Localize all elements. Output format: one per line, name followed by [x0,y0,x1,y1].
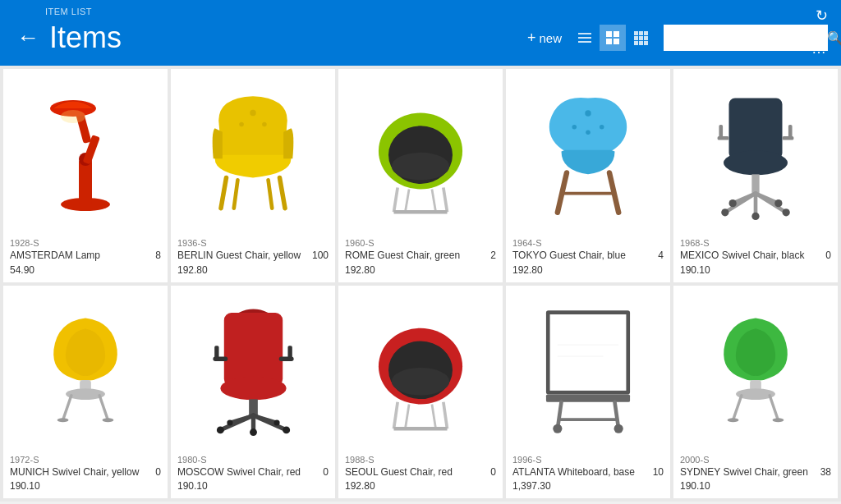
item-price: 190.10 [10,480,161,492]
tile-view-button[interactable] [627,25,654,51]
item-qty: 0 [483,466,496,478]
new-label: new [539,31,562,45]
svg-rect-61 [788,125,793,139]
item-qty: 10 [650,466,664,478]
item-card[interactable]: 1980-S MOSCOW Swivel Chair, red 0 190.10 [171,286,335,499]
svg-point-44 [586,130,591,135]
item-name: TOKYO Guest Chair, blue [512,250,647,263]
svg-rect-94 [550,314,627,391]
search-box: 🔍 [664,25,828,51]
svg-line-105 [733,396,742,420]
item-sku: 1928-S [10,238,161,248]
svg-line-23 [221,178,227,208]
svg-rect-5 [606,39,612,44]
item-name: SYDNEY Swivel Chair, green [680,466,815,479]
svg-point-67 [103,418,114,422]
svg-point-28 [239,122,244,127]
svg-point-80 [216,426,223,433]
svg-rect-17 [79,159,92,204]
svg-point-69 [220,376,286,400]
page-title: Items [49,21,527,55]
svg-point-55 [751,212,759,219]
svg-point-22 [61,110,85,123]
svg-point-84 [273,419,279,425]
item-info: 2000-S SYDNEY Swivel Chair, green 38 190… [673,450,838,499]
item-name: MEXICO Swivel Chair, black [680,250,815,263]
header: ITEM LIST ← Items + new 🔍 ↻ … [0,0,841,66]
svg-rect-1 [578,37,591,39]
item-info: 1988-S SEOUL Guest Chair, red 0 192.80 [338,450,503,499]
item-card[interactable]: 1928-S AMSTERDAM Lamp 8 54.90 [3,69,168,282]
svg-line-64 [63,396,71,420]
search-input[interactable] [664,25,820,51]
svg-point-56 [729,199,737,207]
item-sku: 1936-S [177,238,329,248]
item-image-item-6 [3,286,168,450]
item-card[interactable]: 1964-S TOKYO Guest Chair, blue 4 192.80 [506,69,670,282]
item-price: 54.90 [10,264,161,276]
svg-point-108 [773,418,784,422]
item-info: 1972-S MUNICH Swivel Chair, yellow 0 190… [3,450,168,499]
svg-point-27 [250,110,255,116]
svg-line-36 [432,189,436,212]
item-name-row: MOSCOW Swivel Chair, red 0 [177,466,329,479]
item-card[interactable]: 1960-S ROME Guest Chair, green 2 192.80 [338,69,503,282]
svg-rect-2 [578,41,591,43]
item-price: 190.10 [680,480,831,492]
breadcrumb: ITEM LIST [45,7,92,16]
svg-rect-12 [644,36,648,40]
svg-point-46 [724,150,788,175]
svg-point-107 [728,418,739,422]
svg-line-33 [394,188,398,213]
item-qty: 0 [148,466,161,478]
item-card[interactable]: 1996-S ATLANTA Whiteboard, base 10 1,397… [506,286,670,499]
svg-point-82 [250,428,257,436]
svg-rect-45 [729,98,783,158]
svg-rect-8 [639,31,643,35]
item-name: ROME Guest Chair, green [345,250,480,263]
list-view-button[interactable] [572,25,598,51]
item-image-item-9 [506,286,670,450]
item-sku: 1960-S [345,238,496,248]
more-button[interactable]: … [811,40,828,57]
item-price: 192.80 [512,264,664,276]
svg-point-54 [783,208,790,216]
item-sku: 1996-S [512,455,664,465]
back-button[interactable]: ← [13,23,43,53]
header-actions: + new 🔍 [527,25,828,51]
item-card[interactable]: 2000-S SYDNEY Swivel Chair, green 38 190… [673,286,838,499]
svg-rect-4 [614,31,619,37]
item-card[interactable]: 1972-S MUNICH Swivel Chair, yellow 0 190… [3,286,168,499]
svg-point-87 [392,368,450,395]
svg-point-42 [572,125,577,130]
item-card[interactable]: 1968-S MEXICO Swivel Chair, black 0 190.… [673,69,838,282]
new-button[interactable]: + new [527,30,562,47]
svg-point-53 [721,208,728,216]
svg-rect-95 [546,394,630,401]
item-card[interactable]: 1936-S BERLIN Guest Chair, yellow 100 19… [171,69,335,282]
svg-point-66 [57,418,69,422]
item-grid: 1928-S AMSTERDAM Lamp 8 54.90 [0,66,841,502]
item-name: SEOUL Guest Chair, red [345,466,480,479]
svg-line-24 [280,178,286,208]
item-qty: 2 [483,250,496,261]
item-name: AMSTERDAM Lamp [10,250,145,263]
item-info: 1964-S TOKYO Guest Chair, blue 4 192.80 [506,233,670,282]
item-price: 1,397.30 [512,480,664,492]
medium-view-button[interactable] [600,25,626,51]
svg-line-89 [443,401,448,428]
item-card[interactable]: 1988-S SEOUL Guest Chair, red 0 192.80 [338,286,503,499]
item-sku: 1980-S [177,455,329,465]
svg-point-32 [392,153,450,180]
item-qty: 38 [818,466,831,478]
svg-rect-68 [223,313,282,386]
svg-point-41 [585,110,591,116]
refresh-button[interactable]: ↻ [816,7,828,25]
svg-rect-9 [644,31,648,35]
item-info: 1996-S ATLANTA Whiteboard, base 10 1,397… [506,450,670,499]
item-name-row: SEOUL Guest Chair, red 0 [345,466,496,479]
item-image-item-5 [673,69,838,233]
item-price: 192.80 [345,480,496,492]
item-sku: 1972-S [10,455,161,465]
item-info: 1928-S AMSTERDAM Lamp 8 54.90 [3,233,168,282]
